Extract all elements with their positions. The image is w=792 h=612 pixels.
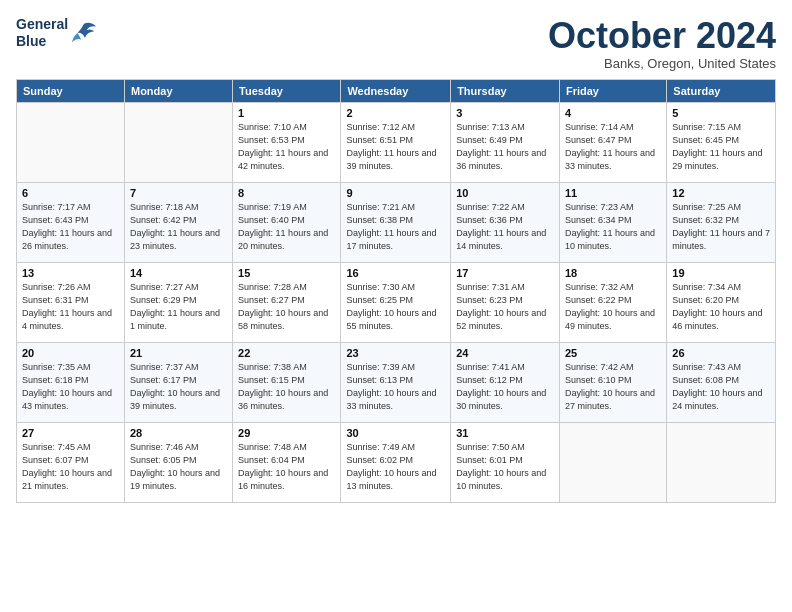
day-number: 24 — [456, 347, 554, 359]
location-subtitle: Banks, Oregon, United States — [548, 56, 776, 71]
day-info: Sunrise: 7:42 AMSunset: 6:10 PMDaylight:… — [565, 361, 661, 413]
day-number: 5 — [672, 107, 770, 119]
calendar-body: 1Sunrise: 7:10 AMSunset: 6:53 PMDaylight… — [17, 102, 776, 502]
day-number: 17 — [456, 267, 554, 279]
title-block: October 2024 Banks, Oregon, United State… — [548, 16, 776, 71]
day-number: 18 — [565, 267, 661, 279]
day-info: Sunrise: 7:48 AMSunset: 6:04 PMDaylight:… — [238, 441, 335, 493]
day-number: 3 — [456, 107, 554, 119]
calendar-cell: 25Sunrise: 7:42 AMSunset: 6:10 PMDayligh… — [559, 342, 666, 422]
calendar-cell: 30Sunrise: 7:49 AMSunset: 6:02 PMDayligh… — [341, 422, 451, 502]
header-day-friday: Friday — [559, 79, 666, 102]
day-number: 23 — [346, 347, 445, 359]
month-title: October 2024 — [548, 16, 776, 56]
day-info: Sunrise: 7:45 AMSunset: 6:07 PMDaylight:… — [22, 441, 119, 493]
week-row-3: 13Sunrise: 7:26 AMSunset: 6:31 PMDayligh… — [17, 262, 776, 342]
day-info: Sunrise: 7:35 AMSunset: 6:18 PMDaylight:… — [22, 361, 119, 413]
day-info: Sunrise: 7:26 AMSunset: 6:31 PMDaylight:… — [22, 281, 119, 333]
day-number: 29 — [238, 427, 335, 439]
calendar-table: SundayMondayTuesdayWednesdayThursdayFrid… — [16, 79, 776, 503]
calendar-cell: 22Sunrise: 7:38 AMSunset: 6:15 PMDayligh… — [233, 342, 341, 422]
day-info: Sunrise: 7:13 AMSunset: 6:49 PMDaylight:… — [456, 121, 554, 173]
day-number: 11 — [565, 187, 661, 199]
calendar-cell — [559, 422, 666, 502]
day-info: Sunrise: 7:30 AMSunset: 6:25 PMDaylight:… — [346, 281, 445, 333]
day-number: 2 — [346, 107, 445, 119]
header-day-saturday: Saturday — [667, 79, 776, 102]
day-number: 13 — [22, 267, 119, 279]
day-number: 22 — [238, 347, 335, 359]
header-day-wednesday: Wednesday — [341, 79, 451, 102]
day-number: 6 — [22, 187, 119, 199]
calendar-cell: 26Sunrise: 7:43 AMSunset: 6:08 PMDayligh… — [667, 342, 776, 422]
calendar-cell: 17Sunrise: 7:31 AMSunset: 6:23 PMDayligh… — [451, 262, 560, 342]
day-info: Sunrise: 7:22 AMSunset: 6:36 PMDaylight:… — [456, 201, 554, 253]
day-info: Sunrise: 7:38 AMSunset: 6:15 PMDaylight:… — [238, 361, 335, 413]
calendar-cell: 23Sunrise: 7:39 AMSunset: 6:13 PMDayligh… — [341, 342, 451, 422]
day-info: Sunrise: 7:43 AMSunset: 6:08 PMDaylight:… — [672, 361, 770, 413]
day-info: Sunrise: 7:31 AMSunset: 6:23 PMDaylight:… — [456, 281, 554, 333]
day-number: 30 — [346, 427, 445, 439]
calendar-cell: 8Sunrise: 7:19 AMSunset: 6:40 PMDaylight… — [233, 182, 341, 262]
day-number: 25 — [565, 347, 661, 359]
day-info: Sunrise: 7:41 AMSunset: 6:12 PMDaylight:… — [456, 361, 554, 413]
calendar-cell — [17, 102, 125, 182]
day-info: Sunrise: 7:19 AMSunset: 6:40 PMDaylight:… — [238, 201, 335, 253]
calendar-cell: 1Sunrise: 7:10 AMSunset: 6:53 PMDaylight… — [233, 102, 341, 182]
logo: General Blue — [16, 16, 98, 50]
day-number: 8 — [238, 187, 335, 199]
calendar-cell: 14Sunrise: 7:27 AMSunset: 6:29 PMDayligh… — [124, 262, 232, 342]
day-info: Sunrise: 7:15 AMSunset: 6:45 PMDaylight:… — [672, 121, 770, 173]
calendar-cell: 11Sunrise: 7:23 AMSunset: 6:34 PMDayligh… — [559, 182, 666, 262]
day-info: Sunrise: 7:27 AMSunset: 6:29 PMDaylight:… — [130, 281, 227, 333]
calendar-cell: 2Sunrise: 7:12 AMSunset: 6:51 PMDaylight… — [341, 102, 451, 182]
week-row-4: 20Sunrise: 7:35 AMSunset: 6:18 PMDayligh… — [17, 342, 776, 422]
calendar-cell: 16Sunrise: 7:30 AMSunset: 6:25 PMDayligh… — [341, 262, 451, 342]
day-number: 15 — [238, 267, 335, 279]
day-info: Sunrise: 7:23 AMSunset: 6:34 PMDaylight:… — [565, 201, 661, 253]
calendar-cell: 21Sunrise: 7:37 AMSunset: 6:17 PMDayligh… — [124, 342, 232, 422]
calendar-cell: 18Sunrise: 7:32 AMSunset: 6:22 PMDayligh… — [559, 262, 666, 342]
day-number: 31 — [456, 427, 554, 439]
day-info: Sunrise: 7:46 AMSunset: 6:05 PMDaylight:… — [130, 441, 227, 493]
day-info: Sunrise: 7:49 AMSunset: 6:02 PMDaylight:… — [346, 441, 445, 493]
day-info: Sunrise: 7:17 AMSunset: 6:43 PMDaylight:… — [22, 201, 119, 253]
day-number: 1 — [238, 107, 335, 119]
calendar-header: SundayMondayTuesdayWednesdayThursdayFrid… — [17, 79, 776, 102]
calendar-cell: 9Sunrise: 7:21 AMSunset: 6:38 PMDaylight… — [341, 182, 451, 262]
day-info: Sunrise: 7:37 AMSunset: 6:17 PMDaylight:… — [130, 361, 227, 413]
day-info: Sunrise: 7:12 AMSunset: 6:51 PMDaylight:… — [346, 121, 445, 173]
calendar-cell: 5Sunrise: 7:15 AMSunset: 6:45 PMDaylight… — [667, 102, 776, 182]
day-number: 28 — [130, 427, 227, 439]
day-info: Sunrise: 7:21 AMSunset: 6:38 PMDaylight:… — [346, 201, 445, 253]
day-number: 20 — [22, 347, 119, 359]
day-number: 7 — [130, 187, 227, 199]
day-number: 26 — [672, 347, 770, 359]
calendar-cell: 28Sunrise: 7:46 AMSunset: 6:05 PMDayligh… — [124, 422, 232, 502]
day-number: 4 — [565, 107, 661, 119]
calendar-cell: 24Sunrise: 7:41 AMSunset: 6:12 PMDayligh… — [451, 342, 560, 422]
day-number: 21 — [130, 347, 227, 359]
day-info: Sunrise: 7:34 AMSunset: 6:20 PMDaylight:… — [672, 281, 770, 333]
day-info: Sunrise: 7:32 AMSunset: 6:22 PMDaylight:… — [565, 281, 661, 333]
day-info: Sunrise: 7:18 AMSunset: 6:42 PMDaylight:… — [130, 201, 227, 253]
day-info: Sunrise: 7:14 AMSunset: 6:47 PMDaylight:… — [565, 121, 661, 173]
calendar-cell: 20Sunrise: 7:35 AMSunset: 6:18 PMDayligh… — [17, 342, 125, 422]
day-info: Sunrise: 7:10 AMSunset: 6:53 PMDaylight:… — [238, 121, 335, 173]
day-number: 12 — [672, 187, 770, 199]
calendar-cell: 4Sunrise: 7:14 AMSunset: 6:47 PMDaylight… — [559, 102, 666, 182]
calendar-cell — [124, 102, 232, 182]
calendar-cell: 29Sunrise: 7:48 AMSunset: 6:04 PMDayligh… — [233, 422, 341, 502]
calendar-cell: 12Sunrise: 7:25 AMSunset: 6:32 PMDayligh… — [667, 182, 776, 262]
header-day-monday: Monday — [124, 79, 232, 102]
calendar-cell: 15Sunrise: 7:28 AMSunset: 6:27 PMDayligh… — [233, 262, 341, 342]
calendar-cell: 3Sunrise: 7:13 AMSunset: 6:49 PMDaylight… — [451, 102, 560, 182]
day-number: 14 — [130, 267, 227, 279]
header-day-tuesday: Tuesday — [233, 79, 341, 102]
week-row-5: 27Sunrise: 7:45 AMSunset: 6:07 PMDayligh… — [17, 422, 776, 502]
calendar-cell: 10Sunrise: 7:22 AMSunset: 6:36 PMDayligh… — [451, 182, 560, 262]
calendar-cell: 13Sunrise: 7:26 AMSunset: 6:31 PMDayligh… — [17, 262, 125, 342]
day-info: Sunrise: 7:50 AMSunset: 6:01 PMDaylight:… — [456, 441, 554, 493]
calendar-cell: 27Sunrise: 7:45 AMSunset: 6:07 PMDayligh… — [17, 422, 125, 502]
calendar-cell: 31Sunrise: 7:50 AMSunset: 6:01 PMDayligh… — [451, 422, 560, 502]
